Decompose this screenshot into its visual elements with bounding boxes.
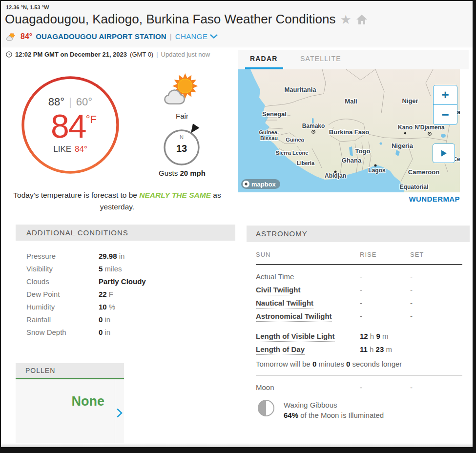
city-marker-kano [404, 132, 406, 134]
pollen-level-value: None [72, 394, 105, 409]
country-label: Burkina Faso [329, 128, 369, 136]
country-label: Niger [402, 97, 418, 104]
city-label: Bamako [302, 123, 325, 129]
condition-row-clouds: Clouds Partly Cloudy [26, 275, 235, 288]
country-label: Mauritania [284, 86, 316, 93]
wind-direction-arrow [191, 124, 200, 133]
zoom-out-button[interactable]: − [434, 105, 457, 124]
city-label: Abidjan [325, 172, 346, 179]
condition-row-snow-depth: Snow Depth 0 in [26, 326, 235, 338]
wind-speed-value: 13 [176, 143, 187, 154]
current-temp-value: 84 [51, 109, 86, 143]
change-station-link[interactable]: CHANGE [175, 32, 218, 41]
country-label: Nigeria [392, 142, 414, 149]
rise-column-header: RISE [360, 251, 410, 258]
forecast-comparison-text: Today's temperature is forecast to be NE… [7, 189, 228, 213]
city-marker-lagos [374, 165, 377, 167]
city-label: N'Djamena [414, 124, 445, 131]
wundermap-link[interactable]: WUNDERMAP [409, 195, 460, 203]
wind-gusts: Gusts 20 mph [147, 169, 217, 177]
current-temp-unit: °F [86, 113, 97, 126]
sun-cloud-icon [6, 32, 17, 41]
mapbox-attribution[interactable]: mapbox [241, 179, 280, 189]
timezone-text: (GMT 0) [130, 51, 153, 58]
country-label: Guinea- [259, 129, 279, 135]
moon-row: Moon - - [256, 381, 462, 394]
set-column-header: SET [410, 251, 462, 258]
country-label: Ghana [342, 157, 362, 164]
radar-map[interactable]: Mauritania Mali Niger Senegal Guinea- Bi… [238, 69, 460, 192]
condition-label: Fair [152, 112, 212, 120]
pollen-chevron-right-icon[interactable] [117, 409, 123, 419]
country-label: Cameroon [408, 168, 439, 176]
updated-text: Updated just now [161, 51, 210, 58]
sun-column-header: SUN [256, 251, 360, 258]
condition-icon [163, 73, 202, 108]
play-icon [439, 149, 448, 158]
favorite-star-icon[interactable]: ★ [340, 13, 351, 26]
page-title: Ouagadougou, Kadiogo, Burkina Faso Weath… [5, 12, 335, 27]
city-label: Lagos [368, 167, 386, 174]
home-icon[interactable] [356, 14, 368, 25]
pollen-panel: POLLEN None [16, 363, 124, 444]
length-visible-light-row: Length of Visible Light 12 h 9 m [256, 329, 462, 343]
country-label: Liberia [297, 160, 315, 166]
timestamp-text: 12:02 PM GMT on December 21, 2023 [15, 51, 127, 58]
condition-row-pressure: Pressure 29.98 in [26, 249, 235, 262]
feels-like-value: 84° [75, 144, 87, 154]
astro-row-nautical-twilight: Nautical Twilight - - [256, 296, 462, 309]
map-tabbar: RADAR SATELLITE [238, 50, 469, 69]
country-label: Bissau [260, 135, 278, 141]
city-label: Kano [398, 124, 413, 131]
additional-conditions-title: ADDITIONAL CONDITIONS [16, 225, 235, 241]
page-bottom-bar [1, 447, 473, 452]
location-coordinates: 12.36 °N, 1.53 °W [6, 4, 49, 10]
pollen-divider [115, 379, 115, 444]
feels-like-label: LIKE [53, 144, 71, 154]
length-of-day-row: Length of Day 11 h 23 m [256, 343, 462, 356]
astronomy-title: ASTRONOMY [247, 226, 470, 242]
observation-timestamp: 12:02 PM GMT on December 21, 2023 (GMT 0… [6, 51, 210, 58]
astro-row-astronomical-twilight: Astronomical Twilight - - [256, 309, 462, 323]
country-label: Equatorial [400, 184, 429, 190]
radar-card: RADAR SATELLITE [238, 50, 469, 206]
wind-n-label: N [180, 134, 184, 140]
condition-row-humidity: Humidity 10 % [26, 300, 235, 313]
astronomy-divider [256, 375, 462, 375]
weather-page: 12.36 °N, 1.53 °W Ouagadougou, Kadiogo, … [0, 0, 476, 453]
wind-gauge: N 13 [160, 123, 205, 169]
pollen-title: POLLEN [16, 363, 124, 379]
station-temp: 84° [21, 32, 32, 41]
astro-row-civil-twilight: Civil Twilight - - [256, 283, 462, 296]
moon-phase-icon [258, 400, 274, 416]
country-label: Togo [355, 147, 371, 155]
map-zoom-control: + − [433, 85, 457, 125]
astronomy-panel: ASTRONOMY SUN RISE SET Actual Time - - C… [247, 226, 470, 429]
page-bottom-shadow [1, 443, 473, 447]
country-label: Senegal [262, 110, 287, 118]
clock-icon [6, 51, 12, 58]
condition-row-visibility: Visibility 5 miles [26, 262, 235, 275]
astronomy-table-header: SUN RISE SET [256, 251, 462, 265]
current-temperature-dial: 88° | 60° 84 °F LIKE 84° [21, 75, 120, 175]
chevron-down-icon [210, 34, 218, 39]
high-temp: 88° [48, 96, 64, 108]
tab-radar[interactable]: RADAR [250, 55, 278, 62]
zoom-in-button[interactable]: + [434, 85, 457, 105]
low-temp: 60° [76, 96, 92, 108]
tomorrow-daylight-text: Tomorrow will be 0 minutes 0 seconds lon… [256, 360, 462, 368]
moon-phase-name: Waxing Gibbous [284, 400, 384, 410]
astro-row-actual-time: Actual Time - - [256, 270, 462, 283]
radar-play-button[interactable] [433, 144, 455, 163]
tab-satellite[interactable]: SATELLITE [300, 55, 341, 62]
country-label: Guinea [286, 137, 304, 143]
country-label: Sierra Leone [276, 150, 309, 156]
page-header: 12.36 °N, 1.53 °W Ouagadougou, Kadiogo, … [1, 1, 473, 47]
condition-row-rainfall: Rainfall 0 in [26, 313, 235, 326]
mapbox-logo-icon [243, 181, 249, 187]
station-divider: | [170, 32, 172, 41]
forecast-highlight: NEARLY THE SAME [139, 191, 211, 199]
additional-conditions-panel: ADDITIONAL CONDITIONS Pressure 29.98 in … [16, 225, 235, 345]
station-name-link[interactable]: OUAGADOUGOU AIRPORT STATION [36, 32, 166, 41]
moon-illumination: 64% of the Moon is Illuminated [284, 410, 384, 420]
